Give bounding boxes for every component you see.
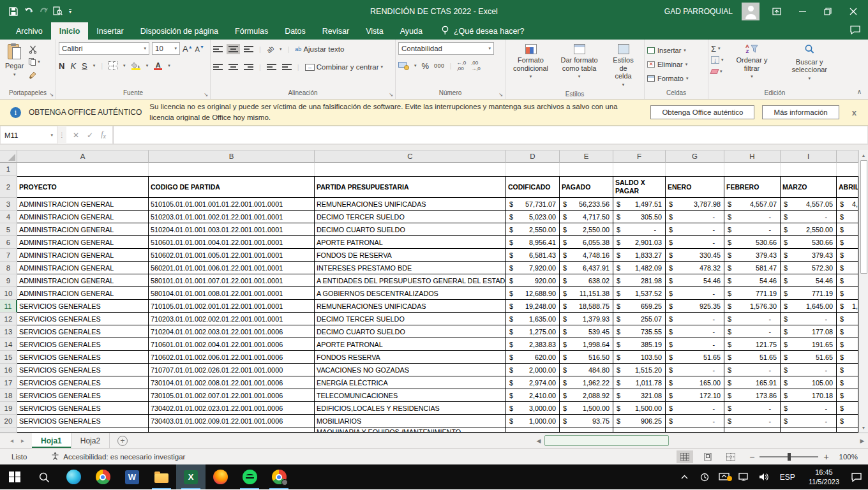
cell-partida-6[interactable]: APORTE PATRONAL [315,236,506,249]
cell-proyecto-12[interactable]: SERVICIOS GENERALES [17,313,149,325]
fill-button[interactable]: ↓▾ [711,56,724,64]
cell-pagado-19[interactable]: $1,500.00 [560,402,613,415]
table-header-partida-presupuestaria[interactable]: PARTIDA PRESUPUESTARIA [315,176,506,198]
table-header-pagado[interactable]: PAGADO [560,176,613,198]
font-size-combobox[interactable]: 10▾ [152,42,180,55]
cell-partida-12[interactable]: DECIMO TERCER SUELDO [315,313,506,325]
cell-abril-12[interactable]: $ [837,313,858,325]
cell-abril-7[interactable]: $ [837,249,858,262]
cell-abril-11[interactable]: $1, [837,300,858,313]
new-sheet-icon[interactable]: + [117,436,128,446]
row-header-7[interactable]: 7 [0,249,17,262]
percent-style-icon[interactable]: % [422,61,430,71]
table-header-enero[interactable]: ENERO [666,176,724,198]
conditional-formatting-button[interactable]: Formato condicional▾ [508,42,553,89]
cell-marzo-14[interactable]: $191.65 [781,338,837,351]
cell-proyecto-4[interactable]: ADMINISTRACION GENERAL [17,211,149,223]
cell-codificado-12[interactable]: $1,635.00 [506,313,560,325]
cell-marzo-16[interactable]: $- [781,364,837,376]
cell-codificado-19[interactable]: $3,000.00 [506,402,560,415]
cell-febrero-18[interactable]: $173.86 [724,389,781,402]
cell-abril-15[interactable]: $ [837,351,858,364]
zoom-level[interactable]: 100% [839,453,858,461]
cell-pagado-8[interactable]: $6,437.91 [560,262,613,274]
next-sheet-icon[interactable]: ▸ [21,437,24,444]
cell-febrero-11[interactable]: $1,576.30 [724,300,781,313]
cell-proyecto-18[interactable]: SERVICIOS GENERALES [17,389,149,402]
table-header-codigo-de-partida[interactable]: CODIGO DE PARTIDA [149,176,315,198]
cell-marzo-7[interactable]: $379.43 [781,249,837,262]
cell-empty[interactable] [837,163,858,176]
row-header-1[interactable]: 1 [0,163,17,176]
chrome-alt-taskbar-button[interactable] [264,464,294,489]
cell-abril-17[interactable]: $ [837,376,858,389]
cell-enero-8[interactable]: $478.32 [666,262,724,274]
cell-febrero-8[interactable]: $581.47 [724,262,781,274]
cell-codigo-11[interactable]: 710105.01.01.002.001.01.22.001.001.0001 [149,300,315,313]
feedback-icon[interactable] [850,26,860,37]
borders-icon[interactable] [108,61,117,70]
cell-marzo-15[interactable]: $51.65 [781,351,837,364]
row-header-6[interactable]: 6 [0,236,17,249]
cell-codificado-11[interactable]: $19,248.00 [506,300,560,313]
cell-partida-20[interactable]: MOBILIARIOS [315,415,506,427]
align-top-icon[interactable] [213,46,223,52]
cell-saldo-19[interactable]: $1,500.00 [613,402,666,415]
row-header-9[interactable]: 9 [0,274,17,287]
cell-codificado-14[interactable]: $2,383.83 [506,338,560,351]
cancel-formula-icon[interactable]: ✕ [73,131,79,140]
autosum-button[interactable]: Σ▾ [711,44,724,53]
enter-formula-icon[interactable]: ✓ [87,131,93,140]
scroll-up-icon[interactable]: ▲ [859,150,868,160]
underline-button[interactable]: S [82,61,87,71]
font-dialog-launcher-icon[interactable]: ↘ [204,92,208,98]
fill-color-icon[interactable] [131,62,140,70]
merge-center-button[interactable]: ↔Combinar y centrar▾ [305,63,383,71]
cell-partida-19[interactable]: EDIFICIOS,LOCALES Y RESIDENCIAS [315,402,506,415]
cell-marzo-10[interactable]: $771.19 [781,287,837,300]
column-header-partial[interactable] [837,150,858,163]
cell-codificado-7[interactable]: $6,581.43 [506,249,560,262]
cell-codigo-13[interactable]: 710204.01.01.002.003.01.22.001.001.0006 [149,325,315,338]
row-header-13[interactable]: 13 [0,325,17,338]
cell-pagado-5[interactable]: $2,550.00 [560,223,613,236]
cell-abril-14[interactable]: $ [837,338,858,351]
cell-pagado-10[interactable]: $11,151.38 [560,287,613,300]
decrease-decimal-icon[interactable]: ,00→,0 [471,60,481,71]
cell-febrero-19[interactable]: $- [724,402,781,415]
cell-codigo-10[interactable]: 580104.01.01.001.008.01.22.001.001.0001 [149,287,315,300]
cell-febrero-3[interactable]: $4,557.07 [724,198,781,211]
cell-enero-13[interactable]: $- [666,325,724,338]
row-header-11[interactable]: 11 [0,300,17,313]
undo-icon[interactable]: ▾ [24,7,33,15]
cell-proyecto-16[interactable]: SERVICIOS GENERALES [17,364,149,376]
bold-button[interactable]: N [59,61,64,71]
cell-codigo-16[interactable]: 710707.01.01.002.026.01.22.001.001.0000 [149,364,315,376]
cell-marzo-13[interactable]: $177.08 [781,325,837,338]
row-header-4[interactable]: 4 [0,211,17,223]
cell-pagado-17[interactable]: $1,962.22 [560,376,613,389]
cell-partida-8[interactable]: INTERESES PRESTAMO BDE [315,262,506,274]
table-header-abril[interactable]: ABRIL [837,176,858,198]
align-right-icon[interactable] [244,64,253,70]
align-middle-icon[interactable] [228,46,238,52]
cell-marzo-8[interactable]: $572.30 [781,262,837,274]
cell-partida-15[interactable]: FONDOS RESERVA [315,351,506,364]
cell-saldo-7[interactable]: $1,833.27 [613,249,666,262]
cell-marzo-19[interactable]: $- [781,402,837,415]
cell-saldo-8[interactable]: $1,482.09 [613,262,666,274]
cell-abril-13[interactable]: $ [837,325,858,338]
zoom-out-icon[interactable]: − [749,452,754,462]
column-header-G[interactable]: G [666,150,724,163]
cell-codificado-20[interactable]: $1,000.00 [506,415,560,427]
align-left-icon[interactable] [213,64,223,70]
cell-febrero-12[interactable]: $- [724,313,781,325]
vertical-scroll-thumb[interactable] [860,160,867,274]
cell-proyecto-5[interactable]: ADMINISTRACION GENERAL [17,223,149,236]
table-header-saldo-x-pagar[interactable]: SALDO X PAGAR [613,176,666,198]
cell-marzo-4[interactable]: $- [781,211,837,223]
ribbon-tab-vista[interactable]: Vista [357,22,392,40]
cell-pagado-9[interactable]: $638.02 [560,274,613,287]
cell-proyecto-10[interactable]: ADMINISTRACION GENERAL [17,287,149,300]
cell-pagado-15[interactable]: $516.50 [560,351,613,364]
